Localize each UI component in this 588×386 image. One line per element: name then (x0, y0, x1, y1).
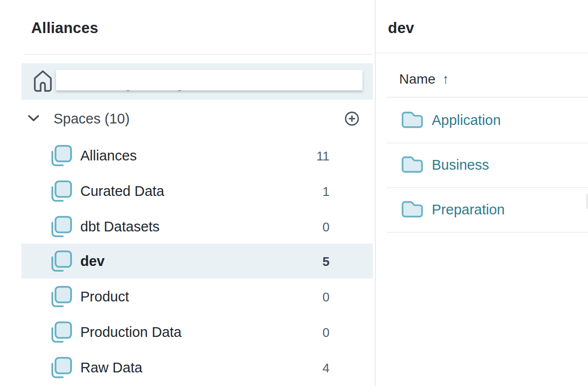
clipped-edge-element (586, 193, 588, 209)
space-name: dev (80, 253, 105, 269)
page-title-dev: dev (388, 19, 414, 37)
column-header-label: Name (399, 71, 436, 87)
sidebar-item-product[interactable]: Product 0 (21, 279, 373, 314)
sidebar-item-production-data[interactable]: Production Data 0 (21, 315, 373, 350)
space-count: 11 (316, 149, 330, 164)
space-count: 0 (323, 290, 330, 305)
folder-icon (401, 199, 424, 220)
space-icon (50, 321, 73, 344)
folder-link[interactable]: Preparation (432, 202, 505, 218)
page-title: Alliances (31, 19, 98, 37)
space-count: 0 (323, 220, 330, 235)
space-icon (50, 356, 73, 380)
home-icon (33, 70, 53, 92)
space-icon (50, 215, 73, 239)
redacted-text-overlay (56, 70, 363, 90)
space-name: Product (80, 289, 129, 305)
sort-ascending-icon: ↑ (442, 71, 449, 87)
folder-icon (401, 155, 424, 175)
plus-circle-icon (344, 111, 360, 126)
space-name: Curated Data (80, 183, 165, 199)
divider (376, 53, 588, 53)
space-count: 1 (323, 184, 330, 199)
space-count: 4 (323, 361, 330, 376)
space-name: Raw Data (80, 360, 142, 376)
chevron-down-icon[interactable] (27, 114, 40, 123)
folder-link[interactable]: Business (432, 157, 489, 173)
home-row[interactable] (21, 63, 373, 100)
space-name: dbt Datasets (80, 219, 160, 235)
sidebar-item-dev[interactable]: dev 5 (21, 244, 373, 279)
sidebar-item-raw-data[interactable]: Raw Data 4 (21, 350, 373, 385)
column-header-name[interactable]: Name↑ (399, 71, 449, 87)
sidebar-item-alliances[interactable]: Alliances 11 (21, 138, 373, 173)
table-row-preparation[interactable]: Preparation (387, 187, 588, 233)
space-count: 0 (323, 325, 330, 340)
panel-divider (375, 0, 376, 386)
space-icon (50, 144, 73, 168)
sidebar-item-curated-data[interactable]: Curated Data 1 (21, 174, 373, 209)
space-icon (50, 180, 73, 203)
spaces-section-header[interactable]: Spaces (10) (21, 109, 373, 128)
space-count: 5 (323, 254, 330, 269)
table-row-application[interactable]: Application (387, 98, 588, 143)
folder-icon (401, 110, 424, 130)
add-space-button[interactable] (344, 111, 360, 126)
folder-link[interactable]: Application (432, 112, 501, 128)
table-row-business[interactable]: Business (387, 142, 588, 188)
space-icon (50, 285, 73, 309)
space-name: Production Data (80, 324, 182, 340)
space-icon (50, 250, 73, 273)
spaces-section-label: Spaces (10) (54, 111, 129, 127)
sidebar-item-dbt-datasets[interactable]: dbt Datasets 0 (21, 209, 373, 244)
space-name: Alliances (80, 148, 137, 164)
divider (23, 54, 373, 55)
